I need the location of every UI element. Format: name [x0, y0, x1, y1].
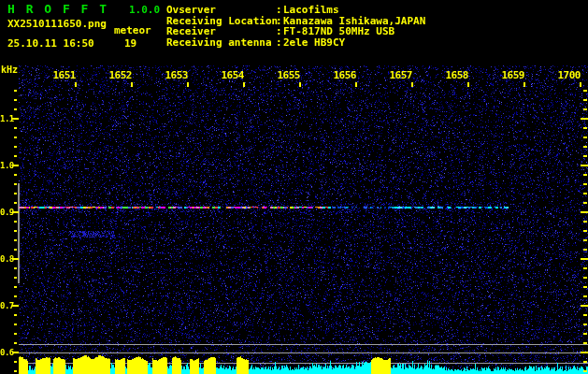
info-separator: :: [276, 5, 283, 16]
app-title: H R O F F T: [7, 2, 108, 16]
freq-tick-label: 0.7: [0, 301, 12, 310]
freq-tick-label: 0.6: [0, 348, 12, 357]
khz-axis-label: kHz: [1, 65, 18, 75]
time-tick-label: 1654: [217, 70, 244, 80]
time-tick-label: 1655: [273, 70, 300, 80]
station-info: Ovserver:LacofilmsReceiving Location:Kan…: [166, 5, 425, 48]
info-separator: :: [276, 37, 283, 49]
info-separator: :: [276, 26, 283, 37]
info-value: 2ele HB9CY: [283, 36, 345, 49]
echo-count: 19: [124, 37, 136, 50]
time-tick-label: 1659: [497, 70, 524, 80]
output-filename: XX2510111650.png: [7, 18, 107, 30]
spectrogram-canvas: [0, 0, 588, 374]
time-tick-label: 1653: [161, 70, 188, 80]
time-tick-label: 1651: [49, 70, 76, 80]
freq-tick-label: 0.9: [0, 208, 12, 217]
observation-mode: meteor: [114, 24, 151, 36]
time-tick-label: 1652: [105, 70, 132, 80]
freq-tick-label: 1.0: [0, 161, 12, 170]
station-info-row: Receiving antenna:2ele HB9CY: [166, 37, 425, 49]
timestamp: 25.10.11 16:50: [7, 37, 94, 50]
time-tick-label: 1657: [385, 70, 412, 80]
hrofft-screen: H R O F F T 1.0.0 XX2510111650.png meteo…: [0, 0, 588, 374]
info-label: Ovserver: [166, 5, 276, 16]
freq-tick-label: 1.1: [0, 114, 12, 123]
app-version: 1.0.0: [129, 4, 160, 16]
time-tick-label: 1658: [441, 70, 468, 80]
freq-tick-label: 0.8: [0, 254, 12, 264]
time-tick-label: 1700: [553, 70, 581, 80]
info-label: Receiver: [166, 26, 276, 37]
time-tick-label: 1656: [329, 70, 356, 80]
info-label: Receiving antenna: [166, 37, 276, 49]
